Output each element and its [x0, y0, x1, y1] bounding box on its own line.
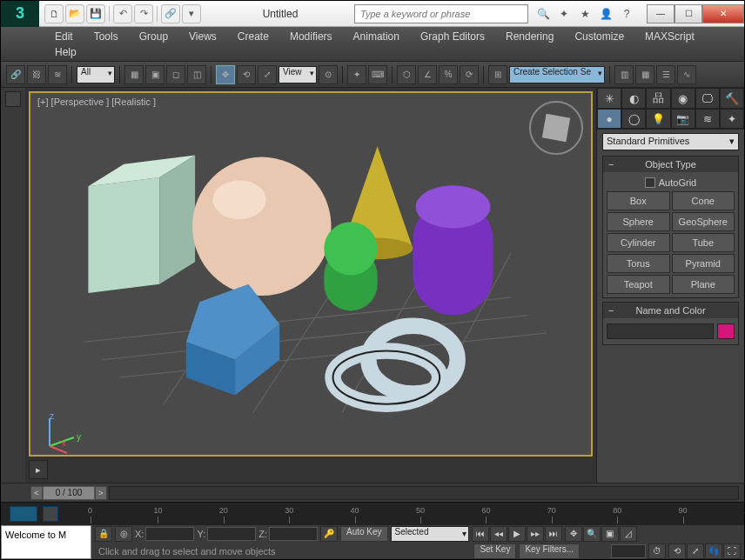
- binoculars-icon[interactable]: 🔍: [534, 4, 553, 23]
- move-icon[interactable]: ✥: [216, 65, 235, 84]
- menu-rendering[interactable]: Rendering: [495, 29, 564, 44]
- help-icon[interactable]: ?: [617, 4, 636, 23]
- btn-teapot[interactable]: Teapot: [607, 275, 670, 294]
- mirror-icon[interactable]: ▥: [614, 65, 634, 84]
- z-input[interactable]: [269, 527, 318, 541]
- next-frame-icon[interactable]: ▸▸: [527, 526, 544, 542]
- tab-hierarchy-icon[interactable]: 品: [646, 88, 670, 109]
- menu-modifiers[interactable]: Modifiers: [279, 29, 343, 44]
- tab-create-icon[interactable]: ✳: [597, 88, 621, 109]
- goto-start-icon[interactable]: ⏮: [472, 526, 489, 542]
- tab-motion-icon[interactable]: ◉: [671, 88, 695, 109]
- dropdown-icon[interactable]: ▾: [182, 4, 201, 23]
- time-config-icon[interactable]: ⏱: [648, 543, 666, 559]
- menu-create[interactable]: Create: [227, 29, 279, 44]
- redo-icon[interactable]: ↷: [134, 4, 153, 23]
- x-input[interactable]: [145, 527, 194, 541]
- primitive-category-dropdown[interactable]: Standard Primitives: [602, 133, 739, 150]
- spinner-snap-icon[interactable]: ⟳: [460, 65, 479, 84]
- rollout-header[interactable]: Name and Color: [603, 303, 738, 318]
- window-crossing-icon[interactable]: ◫: [187, 65, 206, 84]
- manip-icon[interactable]: ✦: [347, 65, 366, 84]
- rect-select-icon[interactable]: ◻: [166, 65, 185, 84]
- menu-views[interactable]: Views: [178, 29, 227, 44]
- btn-sphere[interactable]: Sphere: [607, 212, 670, 231]
- timeline-next-icon[interactable]: >: [95, 486, 107, 500]
- open-file-icon[interactable]: 📂: [65, 4, 84, 23]
- nav-dolly-icon[interactable]: ⤢: [687, 543, 704, 559]
- nav-zoomext-icon[interactable]: ▣: [601, 526, 619, 542]
- btn-cone[interactable]: Cone: [672, 191, 735, 210]
- nav-zoom-icon[interactable]: 🔍: [583, 526, 601, 542]
- btn-tube[interactable]: Tube: [672, 233, 735, 252]
- pivot-icon[interactable]: ⊙: [319, 65, 338, 84]
- frame-input[interactable]: [611, 544, 646, 558]
- reference-coord-dropdown[interactable]: View: [279, 66, 317, 83]
- select-name-icon[interactable]: ▣: [145, 65, 164, 84]
- sub-spacewarps-icon[interactable]: ✦: [720, 109, 744, 129]
- named-sel-icon[interactable]: ⊞: [488, 65, 507, 84]
- play-icon[interactable]: ▶: [508, 526, 526, 542]
- prev-frame-icon[interactable]: ◂◂: [490, 526, 507, 542]
- lock-icon[interactable]: 🔒: [95, 526, 112, 542]
- maximize-button[interactable]: ☐: [675, 4, 702, 23]
- align-icon[interactable]: ▦: [635, 65, 654, 84]
- selection-filter-dropdown[interactable]: All: [77, 66, 115, 83]
- link-icon[interactable]: 🔗: [161, 4, 180, 23]
- user-icon[interactable]: 👤: [596, 4, 615, 23]
- menu-customize[interactable]: Customize: [564, 29, 634, 44]
- link-icon[interactable]: 🔗: [6, 65, 25, 84]
- play-toggle-icon[interactable]: ▸: [29, 460, 48, 479]
- nav-pan-icon[interactable]: ✥: [565, 526, 582, 542]
- btn-pyramid[interactable]: Pyramid: [672, 254, 735, 273]
- wand-icon[interactable]: ✦: [554, 4, 574, 23]
- curve-editor-icon[interactable]: ∿: [677, 65, 696, 84]
- new-file-icon[interactable]: 🗋: [44, 4, 64, 23]
- nav-walk-icon[interactable]: 👣: [705, 543, 722, 559]
- timeline-track[interactable]: [109, 486, 739, 500]
- btn-cylinder[interactable]: Cylinder: [607, 233, 670, 252]
- percent-snap-icon[interactable]: %: [439, 65, 458, 84]
- viewport-perspective[interactable]: [+] [Perspective ] [Realistic ]: [29, 91, 593, 457]
- tab-modify-icon[interactable]: ◐: [621, 88, 646, 109]
- close-button[interactable]: ✕: [702, 4, 744, 23]
- keymode-dropdown[interactable]: Selected: [391, 526, 469, 542]
- app-icon[interactable]: 3: [1, 1, 39, 27]
- nav-max-icon[interactable]: ⛶: [723, 543, 741, 559]
- sub-helpers-icon[interactable]: ≋: [695, 109, 720, 129]
- axis-gizmo[interactable]: zyx: [37, 411, 81, 455]
- goto-end-icon[interactable]: ⏭: [545, 526, 562, 542]
- btn-geosphere[interactable]: GeoSphere: [672, 212, 735, 231]
- track-mini2-icon[interactable]: [43, 506, 58, 522]
- isolate-icon[interactable]: ◎: [115, 526, 132, 542]
- key-icon[interactable]: 🔑: [320, 526, 338, 542]
- undo-icon[interactable]: ↶: [113, 4, 132, 23]
- btn-torus[interactable]: Torus: [607, 254, 670, 273]
- named-selection-dropdown[interactable]: Create Selection Se: [509, 66, 605, 83]
- y-input[interactable]: [207, 527, 256, 541]
- rotate-icon[interactable]: ⟲: [237, 65, 256, 84]
- save-file-icon[interactable]: 💾: [86, 4, 105, 23]
- rollout-header[interactable]: Object Type: [603, 157, 738, 172]
- btn-plane[interactable]: Plane: [672, 275, 735, 294]
- sub-shapes-icon[interactable]: ◯: [621, 109, 646, 129]
- layout-preset-icon[interactable]: [5, 91, 21, 107]
- timeline-prev-icon[interactable]: <: [30, 486, 43, 500]
- angle-snap-icon[interactable]: ∠: [418, 65, 437, 84]
- timeline-thumb[interactable]: 0 / 100: [43, 486, 95, 500]
- menu-animation[interactable]: Animation: [343, 29, 410, 44]
- track-ruler-scale[interactable]: 0 10 20 30 40 50 60 70 80 90 100: [88, 503, 744, 524]
- star-icon[interactable]: ★: [575, 4, 594, 23]
- keyboard-icon[interactable]: ⌨: [368, 65, 387, 84]
- minimize-button[interactable]: —: [647, 4, 675, 23]
- autokey-button[interactable]: Auto Key: [340, 526, 388, 542]
- snap-icon[interactable]: ⬡: [397, 65, 416, 84]
- maxscript-listener[interactable]: Welcome to M: [1, 525, 91, 559]
- unlink-icon[interactable]: ⛓: [27, 65, 46, 84]
- menu-tools[interactable]: Tools: [84, 29, 129, 44]
- menu-group[interactable]: Group: [129, 29, 178, 44]
- search-input[interactable]: [354, 4, 528, 23]
- sub-geometry-icon[interactable]: ●: [597, 109, 621, 129]
- menu-help[interactable]: Help: [44, 44, 735, 60]
- menu-edit[interactable]: Edit: [44, 29, 84, 44]
